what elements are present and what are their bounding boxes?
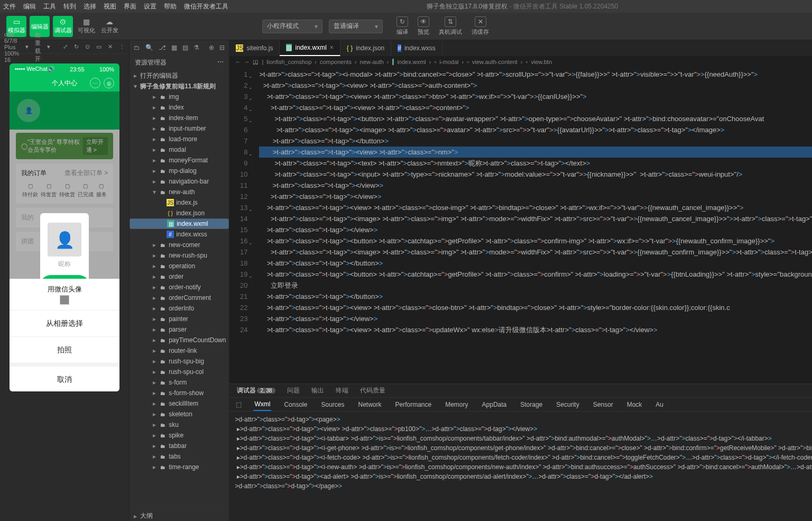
build-icon[interactable]: ▤	[182, 44, 188, 51]
sheet-cancel[interactable]: 取消	[10, 367, 119, 391]
quality-tab[interactable]: 代码质量	[359, 386, 386, 395]
sheet-album[interactable]: 从相册选择	[10, 310, 119, 337]
toolbar-button[interactable]: ⊙调试器	[53, 16, 73, 37]
menu-item[interactable]: 选择	[84, 2, 96, 11]
ext-icon[interactable]: ▦	[171, 44, 177, 51]
folder-node[interactable]: ▸🖿tabbar	[130, 441, 229, 451]
devtools-tab[interactable]: Network	[357, 399, 382, 410]
devtools-tab[interactable]: Memory	[444, 399, 469, 410]
folder-node[interactable]: ▸🖿rush-spu-col	[130, 367, 229, 377]
folder-node[interactable]: ▸🖿s-form-show	[130, 388, 229, 398]
sim-icon[interactable]: ▭	[96, 43, 102, 50]
menu-item[interactable]: 微信开发者工具	[184, 2, 228, 11]
sheet-camera[interactable]: 拍照	[10, 337, 119, 363]
folder-node[interactable]: ▸🖿parser	[130, 324, 229, 335]
sim-icon[interactable]: ↻	[74, 43, 79, 50]
menu-item[interactable]: 界面	[124, 2, 136, 11]
folder-node[interactable]: ▸🖿order	[130, 271, 229, 282]
folder-node[interactable]: ▾🖿new-auth	[130, 187, 229, 197]
collapse-icon[interactable]: ⊟	[219, 44, 225, 51]
file-node[interactable]: JSindex.js	[130, 197, 229, 208]
folder-node[interactable]: ▸🖿input-number	[130, 123, 229, 134]
editor-tab[interactable]: #index.wxss	[391, 40, 442, 56]
avatar-placeholder-icon[interactable]: 👤	[48, 223, 81, 257]
folder-node[interactable]: ▸🖿mp-dialog	[130, 166, 229, 176]
folder-node[interactable]: ▸🖿router-link	[130, 345, 229, 356]
menu-item[interactable]: 视图	[104, 2, 116, 11]
file-node[interactable]: { }index.json	[130, 208, 229, 218]
devtools-tab[interactable]: Au	[654, 399, 665, 410]
devtools-tab[interactable]: Sources	[320, 399, 345, 410]
devtools-tab[interactable]: AppData	[481, 399, 508, 410]
project-root[interactable]: ▾狮子鱼修复前端11.8新规则	[130, 81, 229, 92]
devtools-tab[interactable]: Performance	[394, 399, 433, 410]
hot-reload[interactable]: 热重载 开	[35, 31, 41, 63]
capsule-close-icon[interactable]: ◎	[104, 78, 114, 88]
folder-node[interactable]: ▸🖿navigation-bar	[130, 176, 229, 187]
code-editor[interactable]: 1⌄2⌄3⌄4⌄5⌄678⌄910111213⌄141516⌄171819⌄20…	[229, 68, 812, 383]
folder-node[interactable]: ▸🖿operation	[130, 261, 229, 271]
sim-icon[interactable]: ✕	[108, 43, 113, 50]
folder-node[interactable]: ▸🖿time-range	[130, 462, 229, 472]
folder-node[interactable]: ▸🖿rush-spu-big	[130, 356, 229, 367]
file-node[interactable]: #index.wxss	[130, 229, 229, 240]
folder-node[interactable]: ▸🖿img	[130, 92, 229, 102]
explorer-icon[interactable]: 🗀	[134, 44, 140, 51]
toolbar-button[interactable]: ▦可视化	[76, 16, 96, 37]
folder-node[interactable]: ▸🖿modal	[130, 144, 229, 155]
menu-item[interactable]: 帮助	[164, 2, 177, 11]
sheet-wechat-avatar[interactable]: 用微信头像	[10, 279, 119, 310]
folder-node[interactable]: ▸🖿load-more	[130, 134, 229, 144]
folder-node[interactable]: ▸🖿order-notify	[130, 282, 229, 293]
terminal-tab[interactable]: 终端	[335, 386, 349, 395]
devtools-tab[interactable]: Wxml	[253, 398, 271, 411]
new-file-icon[interactable]: ⊕	[209, 44, 214, 51]
sim-icon[interactable]: ⋮	[119, 43, 125, 50]
folder-node[interactable]: ▸🖿painter	[130, 314, 229, 324]
folder-node[interactable]: ▸🖿spike	[130, 430, 229, 441]
folder-node[interactable]: ▸🖿skeleton	[130, 409, 229, 419]
toolbar-action[interactable]: ⇅真机调试	[439, 16, 462, 36]
toolbar-action[interactable]: 👁预览	[418, 16, 429, 36]
search-icon[interactable]: 🔍	[145, 44, 153, 51]
folder-node[interactable]: ▸🖿orderComment	[130, 293, 229, 303]
inspect-icon[interactable]: ⬚	[236, 401, 242, 408]
device-select[interactable]: one 6/7/8 Plus 100% 16	[4, 31, 19, 63]
editor-tab[interactable]: { }index.json	[340, 40, 391, 56]
branch-icon[interactable]: ⎇	[159, 44, 166, 51]
debugger-tab[interactable]: 调试器2, 38	[236, 386, 276, 395]
folder-node[interactable]: ▸🖿seckillItem	[130, 398, 229, 409]
breadcrumb[interactable]: ←→🕮| lionfish_comshop›components›new-aut…	[229, 56, 812, 68]
file-node[interactable]: ▥index.wxml	[130, 218, 229, 229]
menu-item[interactable]: 工具	[43, 2, 56, 11]
sim-icon[interactable]: ⤢	[63, 43, 68, 50]
menu-item[interactable]: 设置	[144, 2, 156, 11]
folder-node[interactable]: ▸🖿sku	[130, 419, 229, 430]
folder-node[interactable]: ▸🖿orderInfo	[130, 303, 229, 314]
toolbar-button[interactable]: ☁云开发	[99, 16, 119, 37]
editor-tab[interactable]: JSsiteinfo.js	[229, 40, 280, 56]
mode-select[interactable]: 小程序模式▾	[262, 20, 322, 33]
devtools-tab[interactable]: Sensor	[592, 399, 614, 410]
devtools-tab[interactable]: Console	[283, 399, 308, 410]
sim-icon[interactable]: ⊙	[85, 43, 90, 50]
menu-item[interactable]: 转到	[63, 2, 76, 11]
folder-node[interactable]: ▸🖿index	[130, 102, 229, 113]
flask-icon[interactable]: ⚗	[193, 44, 199, 51]
open-editors-section[interactable]: ▸打开的编辑器	[130, 70, 229, 81]
menu-item[interactable]: 文件	[3, 2, 16, 11]
folder-node[interactable]: ▸🖿new-rush-spu	[130, 250, 229, 261]
toolbar-action[interactable]: ✕清缓存	[472, 16, 489, 36]
compile-select[interactable]: 普通编译▾	[329, 20, 383, 33]
folder-node[interactable]: ▸🖿s-form	[130, 377, 229, 388]
output-tab[interactable]: 输出	[310, 386, 325, 395]
devtools-tab[interactable]: Security	[555, 399, 580, 410]
folder-node[interactable]: ▸🖿payTimeCountDown	[130, 335, 229, 345]
toolbar-action[interactable]: ↻编译	[396, 16, 408, 36]
capsule-menu-icon[interactable]: ⋯	[90, 78, 100, 88]
menu-item[interactable]: 编辑	[23, 2, 36, 11]
problems-tab[interactable]: 问题	[286, 386, 301, 395]
folder-node[interactable]: ▸🖿index-item	[130, 113, 229, 123]
folder-node[interactable]: ▸🖿tabs	[130, 451, 229, 462]
folder-node[interactable]: ▸🖿moneyFormat	[130, 155, 229, 166]
